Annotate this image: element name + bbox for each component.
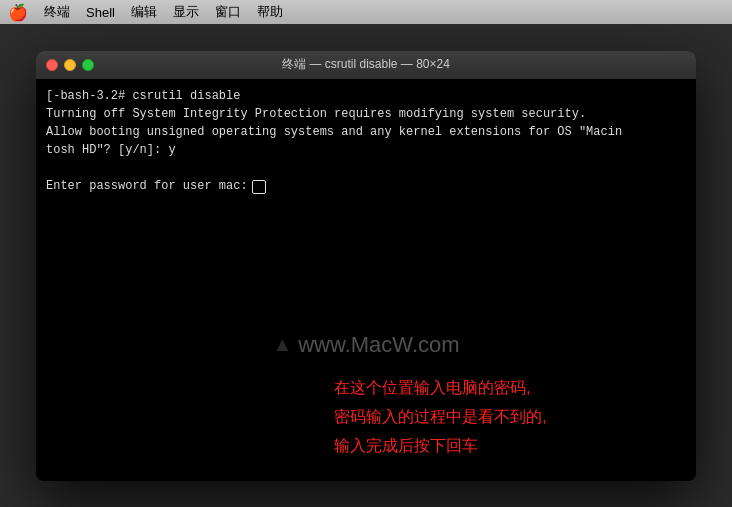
menubar: 🍎 终端 Shell 编辑 显示 窗口 帮助 [0,0,732,24]
annotation-text: 在这个位置输入电脑的密码, 密码输入的过程中是看不到的, 输入完成后按下回车 [334,374,546,460]
shell-menu[interactable]: Shell [86,5,115,20]
edit-menu[interactable]: 编辑 [131,3,157,21]
terminal-line-2: Turning off System Integrity Protection … [46,105,686,123]
annotation-line-2: 密码输入的过程中是看不到的, [334,403,546,432]
terminal-menu[interactable]: 终端 [44,3,70,21]
help-menu[interactable]: 帮助 [257,3,283,21]
watermark-text: www.MacW.com [298,328,459,361]
window-title: 终端 — csrutil disable — 80×24 [282,56,450,73]
terminal-content[interactable]: [-bash-3.2# csrutil disable Turning off … [36,79,696,481]
watermark-icon: ▲ [272,329,292,359]
minimize-button[interactable] [64,59,76,71]
annotation-line-1: 在这个位置输入电脑的密码, [334,374,546,403]
terminal-window: 终端 — csrutil disable — 80×24 [-bash-3.2#… [36,51,696,481]
title-bar: 终端 — csrutil disable — 80×24 [36,51,696,79]
password-prompt-line: Enter password for user mac: [46,177,686,195]
terminal-line-1: [-bash-3.2# csrutil disable [46,87,686,105]
traffic-lights [46,59,94,71]
password-icon [252,180,266,194]
maximize-button[interactable] [82,59,94,71]
apple-menu[interactable]: 🍎 [8,3,28,22]
view-menu[interactable]: 显示 [173,3,199,21]
password-prompt-text: Enter password for user mac: [46,177,248,195]
watermark: ▲ www.MacW.com [272,328,459,361]
terminal-line-4: tosh HD"? [y/n]: y [46,141,686,159]
window-menu[interactable]: 窗口 [215,3,241,21]
close-button[interactable] [46,59,58,71]
terminal-line-5 [46,159,686,177]
annotation-line-3: 输入完成后按下回车 [334,432,546,461]
desktop: 终端 — csrutil disable — 80×24 [-bash-3.2#… [0,24,732,507]
terminal-line-3: Allow booting unsigned operating systems… [46,123,686,141]
